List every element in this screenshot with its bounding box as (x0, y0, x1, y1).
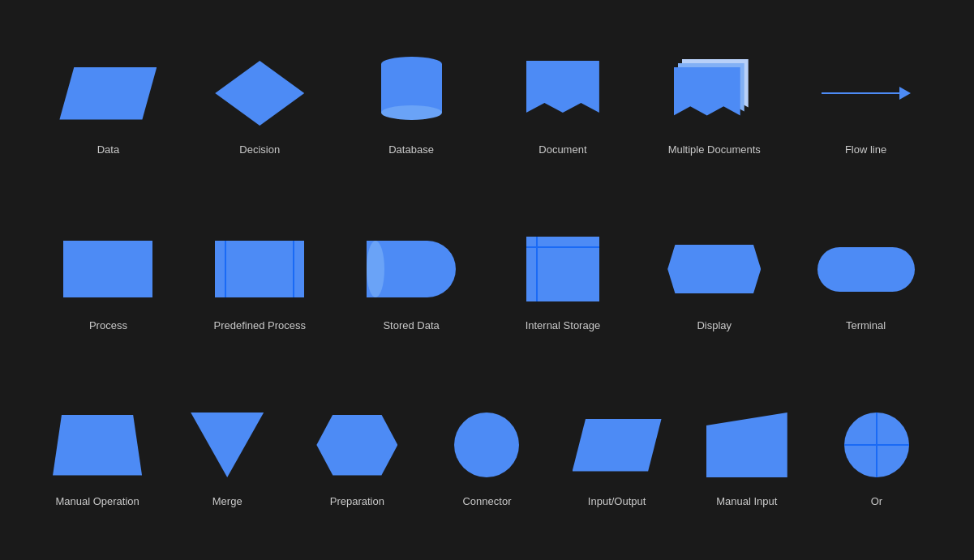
or-shape (844, 413, 909, 477)
shape-item-or: Or (828, 404, 925, 507)
shape-container-or (828, 404, 925, 485)
shape-item-database: Database (363, 53, 460, 156)
display-label: Display (697, 319, 732, 331)
shape-container-terminal (817, 229, 915, 310)
stored-data-shape (367, 241, 456, 297)
terminal-shape (817, 247, 915, 292)
shape-item-document: Document (514, 53, 611, 156)
display-shape (667, 245, 761, 293)
shape-container-database (363, 53, 460, 134)
shape-container-merge (178, 404, 276, 485)
data-label: Data (97, 143, 119, 156)
row-3: Manual Operation Merge Preparation Conne… (32, 376, 942, 536)
decision-shape (215, 61, 304, 126)
row-2: Process Predefined Process Stored Data I… (32, 200, 942, 360)
input-output-label: Input/Output (588, 495, 646, 507)
shape-item-terminal: Terminal (817, 229, 915, 331)
shape-item-merge: Merge (178, 404, 276, 507)
shape-container-stored-data (363, 229, 460, 310)
shape-container-predefined-process (211, 229, 308, 310)
main-grid: Data Decision Database Document (0, 0, 974, 560)
internal-storage-shape (526, 237, 599, 301)
terminal-label: Terminal (846, 319, 886, 331)
multiple-documents-shape (674, 59, 755, 128)
shape-item-display: Display (666, 229, 763, 331)
manual-input-label: Manual Input (716, 495, 777, 507)
shape-container-process (59, 229, 157, 310)
shape-item-connector: Connector (438, 404, 535, 507)
shape-container-internal-storage (514, 229, 611, 310)
flow-line-arrow (899, 87, 911, 100)
preparation-shape (316, 415, 397, 476)
shape-container-connector (438, 404, 535, 485)
shape-container-preparation (308, 404, 405, 485)
shape-container-multiple-documents (666, 53, 763, 134)
shape-container-input-output (569, 404, 666, 485)
shape-container-manual-input (698, 404, 796, 485)
shape-container-document (514, 53, 611, 134)
shape-item-data: Data (59, 53, 157, 156)
input-output-shape (573, 419, 662, 472)
merge-label: Merge (212, 495, 242, 507)
decision-label: Decision (239, 143, 280, 156)
shape-container-flow-line (817, 53, 915, 134)
predefined-process-shape (215, 241, 304, 297)
shape-item-preparation: Preparation (308, 404, 405, 507)
manual-operation-shape (53, 415, 142, 476)
row-1: Data Decision Database Document (32, 24, 942, 184)
multiple-documents-label: Multiple Documents (668, 143, 761, 156)
connector-shape (454, 413, 519, 477)
stored-data-label: Stored Data (383, 319, 439, 331)
shape-container-manual-operation (49, 404, 146, 485)
document-label: Document (538, 143, 586, 156)
predefined-process-label: Predefined Process (214, 319, 306, 331)
document-shape (526, 61, 599, 126)
manual-operation-label: Manual Operation (55, 495, 139, 507)
shape-item-flow-line: Flow line (817, 53, 915, 156)
database-shape (381, 57, 442, 130)
internal-storage-label: Internal Storage (526, 319, 601, 331)
manual-input-shape (706, 413, 787, 477)
shape-container-decision (211, 53, 308, 134)
data-shape (59, 67, 157, 120)
preparation-label: Preparation (330, 495, 384, 507)
shape-container-display (666, 229, 763, 310)
or-label: Or (871, 495, 882, 507)
shape-item-internal-storage: Internal Storage (514, 229, 611, 331)
flow-line-label: Flow line (845, 143, 886, 156)
database-label: Database (388, 143, 434, 156)
process-label: Process (89, 319, 127, 331)
shape-item-input-output: Input/Output (569, 404, 666, 507)
database-bottom (381, 105, 442, 120)
shape-item-multiple-documents: Multiple Documents (666, 53, 763, 156)
flow-line-line (822, 92, 899, 94)
merge-shape (191, 413, 264, 477)
shape-item-stored-data: Stored Data (363, 229, 460, 331)
shape-item-decision: Decision (211, 53, 308, 156)
shape-item-process: Process (59, 229, 157, 331)
doc-front (674, 67, 740, 128)
process-shape (63, 241, 152, 297)
shape-item-manual-input: Manual Input (698, 404, 796, 507)
shape-item-manual-operation: Manual Operation (49, 404, 146, 507)
shape-container-data (59, 53, 157, 134)
flow-line-shape (822, 87, 911, 100)
shape-item-predefined-process: Predefined Process (211, 229, 308, 331)
connector-label: Connector (462, 495, 511, 507)
